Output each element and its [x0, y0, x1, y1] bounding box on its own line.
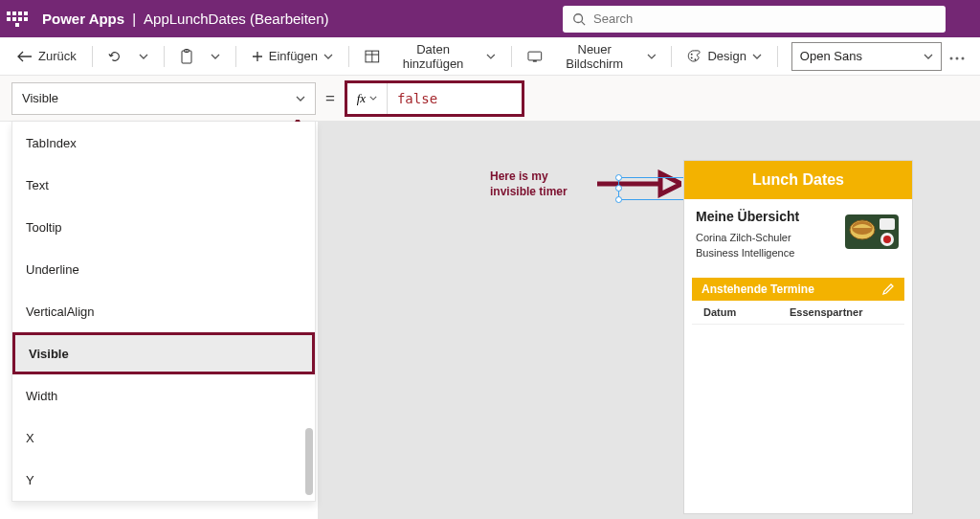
- document-title: AppLunchDates (Bearbeiten): [144, 11, 328, 27]
- appointments-header: Anstehende Termine: [692, 278, 904, 301]
- chevron-down-icon: [323, 54, 333, 59]
- resize-handle[interactable]: [615, 185, 622, 192]
- more-button[interactable]: [944, 49, 970, 63]
- svg-rect-7: [528, 52, 542, 60]
- insert-label: Einfügen: [269, 49, 318, 63]
- annotation-line2: invisible timer: [490, 185, 568, 200]
- chevron-down-icon: [647, 54, 657, 59]
- arrow-left-icon: [17, 51, 33, 62]
- resize-handle[interactable]: [615, 196, 622, 203]
- screen-icon: [527, 51, 543, 62]
- clipboard-icon: [180, 49, 193, 64]
- equals-sign: =: [325, 89, 335, 108]
- property-dropdown-list[interactable]: TabIndexTextTooltipUnderlineVerticalAlig…: [11, 122, 316, 502]
- chevron-down-icon: [369, 96, 377, 101]
- property-item-tooltip[interactable]: Tooltip: [12, 206, 315, 248]
- app-preview-screen[interactable]: Lunch Dates Meine Übersicht Corina Zilch…: [683, 160, 913, 514]
- property-item-x[interactable]: X: [12, 417, 315, 459]
- resize-handle[interactable]: [615, 174, 622, 181]
- search-box[interactable]: [563, 6, 946, 33]
- separator: [164, 46, 165, 67]
- property-item-width[interactable]: Width: [12, 374, 315, 417]
- svg-line-1: [582, 21, 586, 25]
- chevron-down-icon: [486, 54, 496, 59]
- plus-icon: [252, 51, 263, 62]
- property-selector-value: Visible: [22, 91, 58, 105]
- edit-icon[interactable]: [881, 282, 895, 296]
- insert-button[interactable]: Einfügen: [244, 42, 341, 71]
- new-screen-button[interactable]: Neuer Bildschirm: [520, 42, 663, 71]
- separator: [777, 46, 778, 67]
- annotation-label: Here is my invisible timer: [490, 169, 568, 199]
- table-body: [692, 324, 904, 439]
- svg-point-11: [695, 58, 697, 60]
- svg-point-9: [691, 54, 693, 56]
- design-label: Design: [707, 49, 746, 63]
- scrollbar-thumb[interactable]: [305, 428, 313, 495]
- user-role: Business Intelligence: [696, 247, 799, 259]
- chevron-down-icon: [139, 54, 148, 59]
- back-label: Zurück: [38, 49, 77, 63]
- chevron-down-icon: [924, 54, 933, 59]
- property-item-y[interactable]: Y: [12, 459, 315, 501]
- search-input[interactable]: [593, 11, 936, 26]
- col-datum: Datum: [703, 306, 790, 318]
- separator: [511, 46, 512, 67]
- property-item-verticalalign[interactable]: VerticalAlign: [12, 290, 315, 332]
- property-item-text[interactable]: Text: [12, 164, 315, 206]
- fx-label: fx: [357, 91, 366, 106]
- back-button[interactable]: Zurück: [10, 42, 84, 71]
- user-name: Corina Zilch-Schuler: [696, 232, 799, 243]
- paste-button[interactable]: [172, 42, 201, 71]
- formula-input[interactable]: [388, 83, 522, 114]
- chevron-down-icon: [752, 54, 762, 59]
- appointments-title: Anstehende Termine: [702, 282, 814, 296]
- col-partner: Essenspartner: [790, 306, 862, 318]
- table-icon: [365, 50, 380, 63]
- command-bar: Zurück Einfügen Daten hinzufügen Neuer B…: [0, 37, 980, 76]
- svg-point-14: [962, 57, 965, 60]
- separator: [348, 46, 349, 67]
- search-icon: [572, 12, 586, 26]
- add-data-label: Daten hinzufügen: [386, 42, 481, 71]
- paste-chevron[interactable]: [203, 42, 228, 71]
- table-column-header: Datum Essenspartner: [684, 301, 912, 324]
- new-screen-label: Neuer Bildschirm: [548, 42, 641, 71]
- undo-button[interactable]: [100, 42, 129, 71]
- separator: [671, 46, 672, 67]
- separator: [235, 46, 236, 67]
- palette-icon: [687, 49, 702, 63]
- title-separator: |: [132, 11, 136, 27]
- add-data-button[interactable]: Daten hinzufügen: [357, 42, 503, 71]
- property-item-visible[interactable]: Visible: [12, 332, 315, 374]
- app-launcher-icon[interactable]: [6, 8, 29, 31]
- svg-point-13: [956, 57, 959, 60]
- property-item-underline[interactable]: Underline: [12, 248, 315, 290]
- brand-name: Power Apps: [42, 11, 124, 27]
- font-selector[interactable]: Open Sans: [791, 42, 942, 71]
- design-canvas[interactable]: Here is my invisible timer Lunch Dates M…: [318, 122, 980, 519]
- font-name: Open Sans: [800, 49, 862, 63]
- formula-box: fx: [345, 80, 524, 117]
- fx-button[interactable]: fx: [347, 83, 388, 114]
- chevron-down-icon: [211, 54, 220, 59]
- app-header: Lunch Dates: [684, 161, 912, 199]
- property-selector[interactable]: Visible: [11, 82, 316, 115]
- annotation-line1: Here is my: [490, 169, 568, 185]
- svg-rect-20: [880, 218, 895, 230]
- separator: [92, 46, 93, 67]
- svg-point-10: [691, 56, 693, 58]
- design-button[interactable]: Design: [679, 42, 768, 71]
- undo-chevron[interactable]: [131, 42, 156, 71]
- svg-point-22: [883, 236, 891, 243]
- more-icon: [949, 56, 965, 60]
- svg-point-0: [574, 13, 583, 22]
- svg-point-12: [950, 57, 953, 60]
- chevron-down-icon: [296, 96, 305, 102]
- property-item-tabindex[interactable]: TabIndex: [12, 122, 315, 164]
- undo-icon: [108, 50, 122, 63]
- overview-heading: Meine Übersicht: [696, 209, 799, 224]
- lunch-tray-icon: [843, 209, 901, 253]
